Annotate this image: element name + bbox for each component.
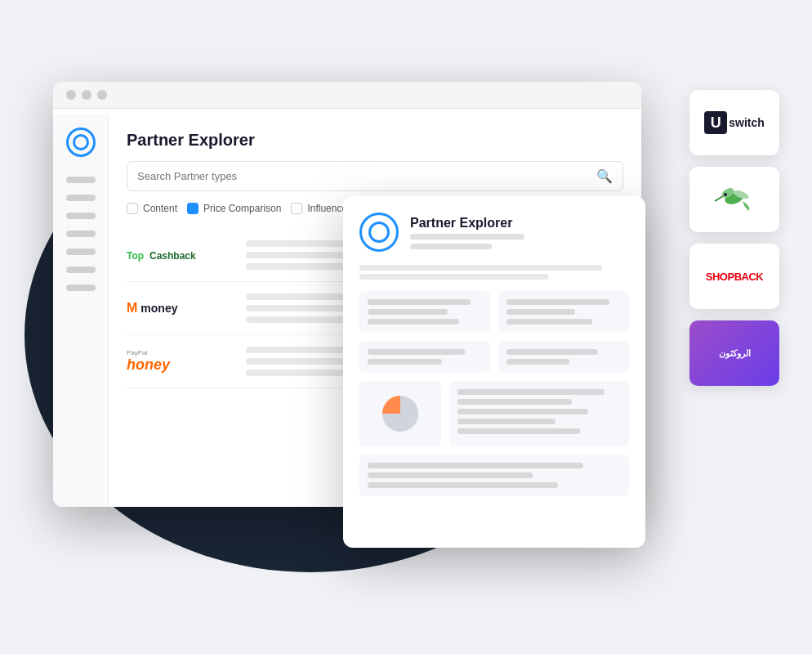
grid-cell-line xyxy=(506,349,598,355)
browser-titlebar xyxy=(53,82,641,109)
money-logo-m: M xyxy=(127,301,137,316)
floating-grid xyxy=(359,291,629,373)
browser-dot-2 xyxy=(82,90,91,100)
sidebar xyxy=(53,114,109,507)
text-section xyxy=(359,455,629,496)
sidebar-nav-item[interactable] xyxy=(66,177,96,183)
grid-cell-line xyxy=(368,309,448,315)
sidebar-nav-item[interactable] xyxy=(66,249,96,255)
pie-chart xyxy=(376,389,425,438)
brand-card-hummingbird[interactable] xyxy=(689,167,779,232)
text-section-line xyxy=(368,473,533,478)
svg-text:Top: Top xyxy=(127,250,144,262)
grid-cell-line xyxy=(506,309,575,315)
honey-text: honey xyxy=(127,356,233,374)
uswitch-logo: U switch xyxy=(704,111,765,134)
brand-card-shopback[interactable]: SHOPBACK xyxy=(689,244,779,309)
sidebar-nav-item[interactable] xyxy=(66,195,96,201)
sidebar-nav-item[interactable] xyxy=(66,231,96,237)
sidebar-nav-item[interactable] xyxy=(66,213,96,219)
partner-logo-money: M money xyxy=(127,301,233,316)
grid-cell-line xyxy=(506,299,609,305)
grid-cell-line xyxy=(368,299,471,305)
floating-header: Partner Explorer xyxy=(359,213,629,252)
filter-chip-content[interactable]: Content xyxy=(127,203,177,214)
hummingbird-icon xyxy=(710,175,759,224)
search-icon: 🔍 xyxy=(596,168,613,184)
brand-card-purple[interactable]: الرو‌كثون xyxy=(689,320,779,386)
floating-card-title: Partner Explorer xyxy=(410,216,524,231)
fline xyxy=(410,234,524,240)
chart-line xyxy=(457,409,588,414)
sidebar-logo[interactable] xyxy=(66,128,96,157)
text-section-line xyxy=(368,463,583,468)
sidebar-nav-item[interactable] xyxy=(66,267,96,273)
chart-line xyxy=(457,428,580,434)
grid-cell-line xyxy=(368,349,465,355)
floating-logo xyxy=(359,213,399,252)
floating-logo-inner xyxy=(368,222,390,243)
chart-section xyxy=(359,381,629,446)
svg-line-6 xyxy=(715,196,723,201)
fline xyxy=(359,265,602,271)
svg-text:Cashback: Cashback xyxy=(149,250,196,262)
grid-cell-4 xyxy=(498,341,629,373)
chart-box xyxy=(359,381,441,446)
money-logo-text: money xyxy=(141,302,177,315)
grid-cell-line xyxy=(506,359,569,365)
fline xyxy=(359,274,548,280)
grid-cell-line xyxy=(368,359,442,365)
logo-inner-ring xyxy=(73,134,89,150)
svg-point-7 xyxy=(724,193,727,196)
text-section-line xyxy=(368,482,558,488)
honey-paypal-label: PayPal xyxy=(127,349,233,356)
floating-partner-card: Partner Explorer xyxy=(343,196,645,548)
grid-cell-3 xyxy=(359,341,490,373)
floating-title-lines xyxy=(410,234,524,249)
filter-checkbox-influencers[interactable] xyxy=(291,203,302,214)
browser-dot-1 xyxy=(66,90,76,100)
page-title: Partner Explorer xyxy=(127,131,623,150)
partner-logo-honey: PayPal honey xyxy=(127,349,233,374)
search-bar[interactable]: 🔍 xyxy=(127,161,623,191)
filter-chip-price-comparison[interactable]: Price Comparison xyxy=(187,203,281,214)
filter-checkbox-price[interactable] xyxy=(187,203,199,214)
grid-cell-1 xyxy=(359,291,490,333)
uswitch-u-box: U xyxy=(704,111,727,134)
filter-checkbox-content[interactable] xyxy=(127,203,138,214)
grid-cell-line xyxy=(506,319,592,325)
brand-cards-column: U switch SHOPBACK الرو‌كثون xyxy=(689,90,779,386)
uswitch-text: switch xyxy=(729,116,765,129)
chart-info xyxy=(449,381,629,446)
chart-line xyxy=(457,389,605,395)
filter-label-content: Content xyxy=(143,203,177,214)
search-input[interactable] xyxy=(137,170,596,182)
shopback-logo-text: SHOPBACK xyxy=(706,271,763,283)
partner-logo-topcashback: Top Cashback xyxy=(127,241,233,269)
chart-line xyxy=(457,419,555,424)
brand-card-uswitch[interactable]: U switch xyxy=(689,90,779,155)
grid-cell-2 xyxy=(498,291,629,333)
browser-dot-3 xyxy=(97,90,107,100)
purple-brand-text: الرو‌كثون xyxy=(719,348,751,359)
filter-label-price: Price Comparison xyxy=(203,203,281,214)
sidebar-nav-item[interactable] xyxy=(66,284,96,291)
fline xyxy=(410,244,492,249)
chart-line xyxy=(457,399,572,405)
grid-cell-line xyxy=(368,319,459,325)
